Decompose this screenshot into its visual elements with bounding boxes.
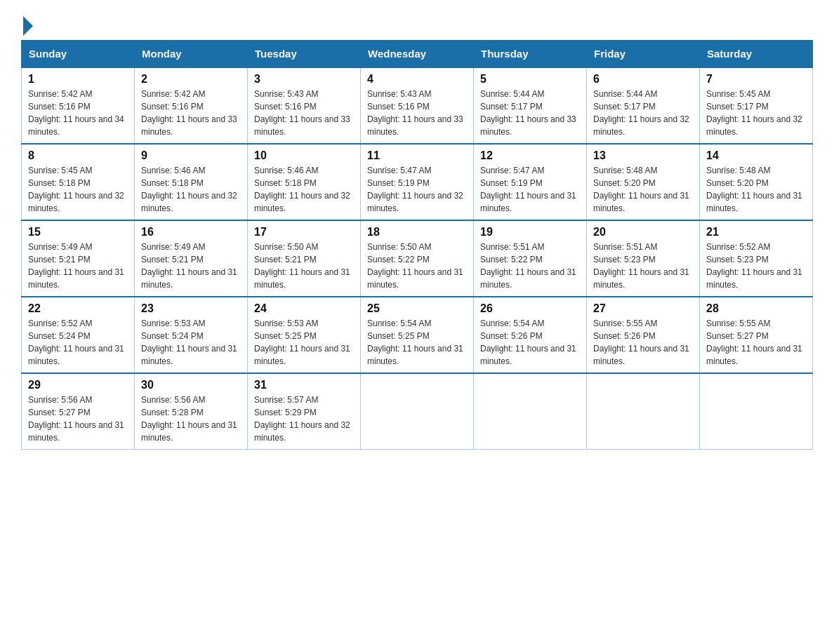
day-info: Sunrise: 5:55 AMSunset: 5:27 PMDaylight:… [706,317,806,368]
calendar-cell: 2Sunrise: 5:42 AMSunset: 5:16 PMDaylight… [135,67,248,144]
day-info: Sunrise: 5:52 AMSunset: 5:23 PMDaylight:… [706,241,806,291]
day-number: 14 [706,149,806,162]
day-number: 13 [593,149,693,162]
day-info: Sunrise: 5:42 AMSunset: 5:16 PMDaylight:… [28,88,128,138]
day-number: 3 [254,73,354,86]
day-number: 31 [254,379,354,391]
day-info: Sunrise: 5:49 AMSunset: 5:21 PMDaylight:… [141,241,241,291]
weekday-header-friday: Friday [587,41,700,68]
day-info: Sunrise: 5:49 AMSunset: 5:21 PMDaylight:… [28,241,128,291]
calendar-cell [587,373,700,450]
day-number: 21 [706,226,806,239]
calendar-cell: 23Sunrise: 5:53 AMSunset: 5:24 PMDayligh… [135,297,248,373]
calendar-cell: 26Sunrise: 5:54 AMSunset: 5:26 PMDayligh… [474,297,587,373]
day-info: Sunrise: 5:55 AMSunset: 5:26 PMDaylight:… [593,317,693,368]
day-number: 12 [480,149,580,162]
calendar-cell: 1Sunrise: 5:42 AMSunset: 5:16 PMDaylight… [22,67,135,144]
calendar-cell: 3Sunrise: 5:43 AMSunset: 5:16 PMDaylight… [248,67,361,144]
calendar-cell: 16Sunrise: 5:49 AMSunset: 5:21 PMDayligh… [135,220,248,297]
day-number: 22 [28,302,128,315]
day-info: Sunrise: 5:48 AMSunset: 5:20 PMDaylight:… [593,164,693,215]
calendar-cell: 22Sunrise: 5:52 AMSunset: 5:24 PMDayligh… [22,297,135,373]
calendar-cell: 11Sunrise: 5:47 AMSunset: 5:19 PMDayligh… [361,144,474,220]
day-info: Sunrise: 5:53 AMSunset: 5:24 PMDaylight:… [141,317,241,368]
weekday-header-wednesday: Wednesday [361,41,474,68]
day-number: 20 [593,226,693,239]
day-number: 28 [706,302,806,315]
day-number: 7 [706,73,806,86]
day-info: Sunrise: 5:54 AMSunset: 5:26 PMDaylight:… [480,317,580,368]
calendar-cell [361,373,474,450]
day-info: Sunrise: 5:51 AMSunset: 5:23 PMDaylight:… [593,241,693,291]
day-number: 17 [254,226,354,239]
day-info: Sunrise: 5:45 AMSunset: 5:17 PMDaylight:… [706,88,806,138]
logo [21,14,33,33]
calendar-cell: 29Sunrise: 5:56 AMSunset: 5:27 PMDayligh… [22,373,135,450]
calendar-cell: 18Sunrise: 5:50 AMSunset: 5:22 PMDayligh… [361,220,474,297]
calendar-cell [474,373,587,450]
day-info: Sunrise: 5:44 AMSunset: 5:17 PMDaylight:… [480,88,580,138]
day-info: Sunrise: 5:43 AMSunset: 5:16 PMDaylight:… [367,88,467,138]
calendar-cell: 20Sunrise: 5:51 AMSunset: 5:23 PMDayligh… [587,220,700,297]
weekday-header-thursday: Thursday [474,41,587,68]
day-number: 9 [141,149,241,162]
page-header [21,14,813,33]
day-number: 2 [141,73,241,86]
day-info: Sunrise: 5:56 AMSunset: 5:27 PMDaylight:… [28,394,128,444]
calendar-cell: 8Sunrise: 5:45 AMSunset: 5:18 PMDaylight… [22,144,135,220]
day-info: Sunrise: 5:50 AMSunset: 5:22 PMDaylight:… [367,241,467,291]
calendar-cell: 13Sunrise: 5:48 AMSunset: 5:20 PMDayligh… [587,144,700,220]
weekday-header-sunday: Sunday [22,41,135,68]
calendar-cell: 10Sunrise: 5:46 AMSunset: 5:18 PMDayligh… [248,144,361,220]
calendar-cell [700,373,813,450]
day-number: 19 [480,226,580,239]
calendar-cell: 21Sunrise: 5:52 AMSunset: 5:23 PMDayligh… [700,220,813,297]
weekday-header-tuesday: Tuesday [248,41,361,68]
day-number: 11 [367,149,467,162]
logo-arrow-icon [23,16,33,36]
calendar-header-row: SundayMondayTuesdayWednesdayThursdayFrid… [22,41,813,68]
day-number: 6 [593,73,693,86]
day-info: Sunrise: 5:44 AMSunset: 5:17 PMDaylight:… [593,88,693,138]
weekday-header-saturday: Saturday [700,41,813,68]
day-number: 1 [28,73,128,86]
day-info: Sunrise: 5:46 AMSunset: 5:18 PMDaylight:… [141,164,241,215]
calendar-cell: 25Sunrise: 5:54 AMSunset: 5:25 PMDayligh… [361,297,474,373]
day-info: Sunrise: 5:57 AMSunset: 5:29 PMDaylight:… [254,394,354,444]
day-number: 29 [28,379,128,391]
day-number: 15 [28,226,128,239]
day-info: Sunrise: 5:46 AMSunset: 5:18 PMDaylight:… [254,164,354,215]
day-number: 10 [254,149,354,162]
day-info: Sunrise: 5:47 AMSunset: 5:19 PMDaylight:… [480,164,580,215]
calendar-cell: 5Sunrise: 5:44 AMSunset: 5:17 PMDaylight… [474,67,587,144]
calendar-cell: 4Sunrise: 5:43 AMSunset: 5:16 PMDaylight… [361,67,474,144]
day-info: Sunrise: 5:50 AMSunset: 5:21 PMDaylight:… [254,241,354,291]
calendar-cell: 17Sunrise: 5:50 AMSunset: 5:21 PMDayligh… [248,220,361,297]
calendar-week-2: 8Sunrise: 5:45 AMSunset: 5:18 PMDaylight… [22,144,813,220]
day-number: 26 [480,302,580,315]
day-info: Sunrise: 5:47 AMSunset: 5:19 PMDaylight:… [367,164,467,215]
day-number: 18 [367,226,467,239]
day-number: 27 [593,302,693,315]
day-info: Sunrise: 5:53 AMSunset: 5:25 PMDaylight:… [254,317,354,368]
weekday-header-monday: Monday [135,41,248,68]
calendar-cell: 30Sunrise: 5:56 AMSunset: 5:28 PMDayligh… [135,373,248,450]
day-number: 30 [141,379,241,391]
day-number: 24 [254,302,354,315]
calendar-cell: 27Sunrise: 5:55 AMSunset: 5:26 PMDayligh… [587,297,700,373]
day-number: 25 [367,302,467,315]
calendar-cell: 12Sunrise: 5:47 AMSunset: 5:19 PMDayligh… [474,144,587,220]
calendar-week-3: 15Sunrise: 5:49 AMSunset: 5:21 PMDayligh… [22,220,813,297]
calendar-cell: 19Sunrise: 5:51 AMSunset: 5:22 PMDayligh… [474,220,587,297]
day-info: Sunrise: 5:45 AMSunset: 5:18 PMDaylight:… [28,164,128,215]
calendar-cell: 7Sunrise: 5:45 AMSunset: 5:17 PMDaylight… [700,67,813,144]
calendar-cell: 14Sunrise: 5:48 AMSunset: 5:20 PMDayligh… [700,144,813,220]
day-info: Sunrise: 5:48 AMSunset: 5:20 PMDaylight:… [706,164,806,215]
calendar-cell: 28Sunrise: 5:55 AMSunset: 5:27 PMDayligh… [700,297,813,373]
day-number: 5 [480,73,580,86]
calendar-cell: 31Sunrise: 5:57 AMSunset: 5:29 PMDayligh… [248,373,361,450]
day-number: 16 [141,226,241,239]
calendar-cell: 24Sunrise: 5:53 AMSunset: 5:25 PMDayligh… [248,297,361,373]
day-info: Sunrise: 5:43 AMSunset: 5:16 PMDaylight:… [254,88,354,138]
day-info: Sunrise: 5:54 AMSunset: 5:25 PMDaylight:… [367,317,467,368]
